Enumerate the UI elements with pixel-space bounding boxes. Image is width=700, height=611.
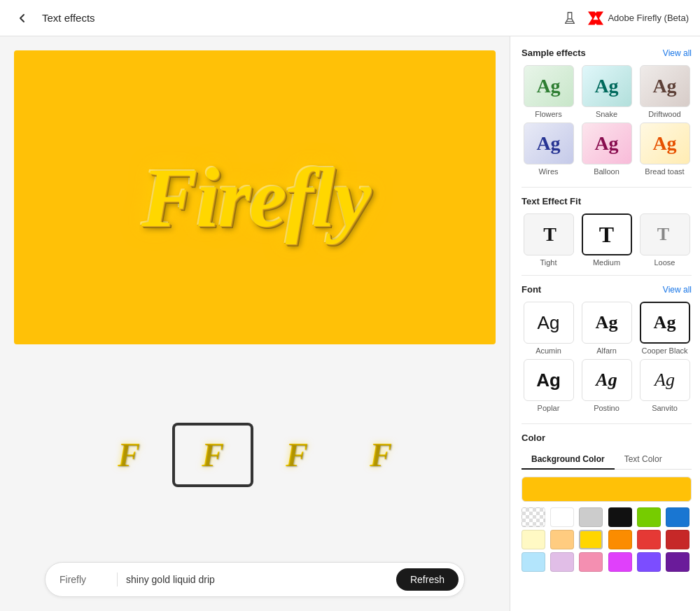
- effect-label-flowers: Flowers: [535, 110, 562, 118]
- effect-thumb-snake: Ag: [582, 65, 632, 107]
- font-header: Font View all: [522, 284, 692, 295]
- sample-effects-header: Sample effects View all: [522, 48, 692, 58]
- effect-thumb-flowers: Ag: [524, 65, 574, 107]
- font-thumb-sanvito: Ag: [640, 359, 690, 401]
- font-alfarn[interactable]: Ag Alfarn: [580, 302, 634, 355]
- color-tabs: Background Color Text Color: [522, 450, 692, 470]
- swatch-green[interactable]: [637, 507, 661, 527]
- effect-wires[interactable]: Ag Wires: [522, 122, 575, 176]
- font-thumb-alfarn: Ag: [582, 302, 632, 344]
- swatch-magenta[interactable]: [608, 552, 632, 572]
- adobe-firefly-badge[interactable]: Adobe Firefly (Beta): [588, 10, 689, 26]
- fit-header: Text Effect Fit: [522, 196, 692, 206]
- fit-thumb-loose: T: [640, 213, 690, 255]
- fit-loose[interactable]: T Loose: [638, 213, 692, 267]
- sample-effects-view-all[interactable]: View all: [663, 48, 692, 58]
- font-label-sanvito: Sanvito: [652, 404, 678, 412]
- prompt-divider: [117, 573, 118, 587]
- fit-label-medium: Medium: [593, 258, 620, 267]
- thumbnail-3[interactable]: F: [258, 424, 336, 486]
- fit-label-loose: Loose: [654, 258, 676, 267]
- firefly-text: Firefly: [141, 149, 369, 246]
- font-thumb-poplar: Ag: [524, 359, 574, 401]
- thumbnail-strip: F F F F: [90, 424, 420, 486]
- prompt-input[interactable]: [126, 574, 396, 585]
- font-poplar[interactable]: Ag Poplar: [522, 359, 575, 412]
- effect-thumb-wires: Ag: [524, 122, 574, 164]
- current-bg-color[interactable]: [522, 477, 692, 502]
- swatch-lightblue[interactable]: [522, 552, 545, 572]
- effect-flowers[interactable]: Ag Flowers: [522, 65, 575, 118]
- divider-1: [522, 187, 692, 188]
- swatch-black[interactable]: [608, 507, 632, 527]
- thumbnail-2[interactable]: F: [174, 424, 252, 486]
- swatch-blue[interactable]: [666, 507, 690, 527]
- effect-label-driftwood: Driftwood: [648, 110, 680, 118]
- swatch-darkpurple[interactable]: [666, 552, 690, 572]
- right-panel: Sample effects View all Ag Flowers Ag Sn…: [510, 36, 700, 611]
- effect-thumb-balloon: Ag: [582, 122, 632, 164]
- effect-label-bread: Bread toast: [645, 167, 684, 176]
- main-layout: Firefly F F F F Firefly Refresh Sample e…: [0, 36, 700, 611]
- swatch-darkred[interactable]: [666, 530, 690, 549]
- color-swatches-row3: [522, 552, 692, 572]
- back-button[interactable]: [11, 7, 34, 29]
- font-label-postino: Postino: [594, 404, 620, 412]
- fit-thumb-medium: T: [582, 213, 632, 255]
- swatch-lightyellow[interactable]: [522, 530, 545, 549]
- effect-balloon[interactable]: Ag Balloon: [580, 122, 634, 176]
- flask-icon[interactable]: [560, 8, 580, 28]
- refresh-button[interactable]: Refresh: [396, 568, 458, 591]
- effect-snake[interactable]: Ag Snake: [580, 65, 634, 118]
- font-postino[interactable]: Ag Postino: [580, 359, 634, 412]
- effect-bread[interactable]: Ag Bread toast: [638, 122, 692, 176]
- color-swatches-row1: [522, 507, 692, 527]
- tab-background-color[interactable]: Background Color: [522, 450, 615, 470]
- swatch-peach[interactable]: [550, 530, 574, 549]
- font-sanvito[interactable]: Ag Sanvito: [638, 359, 692, 412]
- fit-tight[interactable]: T Tight: [522, 213, 575, 267]
- fit-label-tight: Tight: [540, 258, 556, 267]
- effect-thumb-driftwood: Ag: [640, 65, 690, 107]
- font-grid: Ag Acumin Ag Alfarn Ag Cooper Black Ag P…: [522, 302, 692, 412]
- font-label-alfarn: Alfarn: [596, 346, 617, 355]
- font-label-cooper: Cooper Black: [641, 346, 687, 355]
- font-view-all[interactable]: View all: [663, 285, 692, 295]
- tab-text-color[interactable]: Text Color: [615, 450, 672, 470]
- thumbnail-1[interactable]: F: [90, 424, 168, 486]
- swatch-purple[interactable]: [637, 552, 661, 572]
- swatch-orange[interactable]: [608, 530, 632, 549]
- swatch-lightgray[interactable]: [579, 507, 603, 527]
- fit-thumb-tight: T: [524, 213, 574, 255]
- fit-title: Text Effect Fit: [522, 196, 581, 206]
- effect-driftwood[interactable]: Ag Driftwood: [638, 65, 692, 118]
- adobe-label: Adobe Firefly (Beta): [608, 13, 689, 23]
- app-header: Text effects Adobe Firefly (Beta): [0, 0, 700, 36]
- color-swatches-row2: [522, 530, 692, 549]
- thumbnail-4[interactable]: F: [342, 424, 420, 486]
- divider-3: [522, 423, 692, 424]
- swatch-yellow[interactable]: [579, 530, 603, 549]
- page-title: Text effects: [42, 12, 95, 24]
- font-cooper-black[interactable]: Ag Cooper Black: [638, 302, 692, 355]
- effects-grid: Ag Flowers Ag Snake Ag Driftwood Ag Wire…: [522, 65, 692, 176]
- effect-thumb-bread: Ag: [640, 122, 690, 164]
- effect-label-snake: Snake: [596, 110, 617, 118]
- swatch-white[interactable]: [550, 507, 574, 527]
- swatch-transparent[interactable]: [522, 507, 545, 527]
- effect-label-wires: Wires: [538, 167, 558, 176]
- swatch-red[interactable]: [637, 530, 661, 549]
- font-label-poplar: Poplar: [538, 404, 560, 412]
- font-title: Font: [522, 284, 541, 295]
- divider-2: [522, 275, 692, 276]
- fit-options: T Tight T Medium T Loose: [522, 213, 692, 267]
- swatch-pink[interactable]: [579, 552, 603, 572]
- canvas-area: Firefly F F F F Firefly Refresh: [0, 36, 510, 611]
- font-label-acumin: Acumin: [536, 346, 561, 355]
- font-thumb-acumin: Ag: [524, 302, 574, 344]
- effect-label-balloon: Balloon: [594, 167, 620, 176]
- font-acumin[interactable]: Ag Acumin: [522, 302, 575, 355]
- header-actions: Adobe Firefly (Beta): [560, 8, 689, 28]
- fit-medium[interactable]: T Medium: [580, 213, 634, 267]
- swatch-lavender[interactable]: [550, 552, 574, 572]
